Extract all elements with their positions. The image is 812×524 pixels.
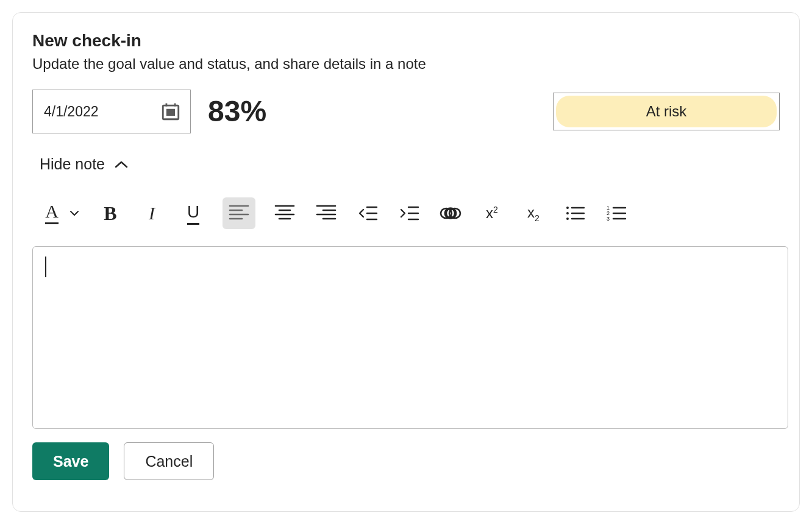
svg-point-25 <box>566 212 569 214</box>
svg-point-24 <box>566 207 569 209</box>
align-left-button[interactable] <box>223 197 255 229</box>
goal-value[interactable]: 83% <box>208 97 266 126</box>
status-label: At risk <box>646 103 687 120</box>
svg-point-26 <box>566 218 569 220</box>
subscript-button[interactable]: x2 <box>521 201 546 225</box>
font-color-button[interactable]: A <box>40 201 64 225</box>
numbered-list-button[interactable]: 1 2 3 <box>604 201 629 225</box>
status-select[interactable]: At risk <box>553 93 780 130</box>
toggle-note-button[interactable]: Hide note <box>40 155 128 173</box>
link-button[interactable] <box>438 201 463 225</box>
font-color-dropdown[interactable] <box>68 201 81 225</box>
save-button[interactable]: Save <box>32 442 109 480</box>
svg-rect-1 <box>166 109 175 116</box>
action-row: Save Cancel <box>32 442 780 480</box>
calendar-icon[interactable] <box>160 101 182 122</box>
italic-button[interactable]: I <box>140 201 164 225</box>
align-right-button[interactable] <box>314 201 338 225</box>
cancel-button[interactable]: Cancel <box>124 442 214 480</box>
underline-button[interactable]: U <box>181 201 205 225</box>
date-input[interactable]: 4/1/2022 <box>32 90 191 133</box>
outdent-button[interactable] <box>355 201 380 225</box>
card-subtitle: Update the goal value and status, and sh… <box>32 55 780 73</box>
align-center-button[interactable] <box>272 201 297 225</box>
checkin-card: New check-in Update the goal value and s… <box>12 12 800 512</box>
bullet-list-button[interactable] <box>563 201 587 225</box>
bold-button[interactable]: B <box>98 201 123 225</box>
card-title: New check-in <box>32 31 780 51</box>
text-caret <box>45 257 46 277</box>
editor-toolbar: A B I U <box>40 197 780 229</box>
chevron-down-icon <box>69 210 79 216</box>
superscript-button[interactable]: x2 <box>480 201 504 225</box>
values-row: 4/1/2022 83% At risk <box>32 90 780 133</box>
date-value: 4/1/2022 <box>44 104 99 120</box>
toggle-note-label: Hide note <box>40 155 105 173</box>
note-textarea[interactable] <box>32 246 788 429</box>
indent-button[interactable] <box>397 201 421 225</box>
svg-text:3: 3 <box>607 216 610 222</box>
status-pill: At risk <box>556 96 777 127</box>
chevron-up-icon <box>115 160 128 169</box>
